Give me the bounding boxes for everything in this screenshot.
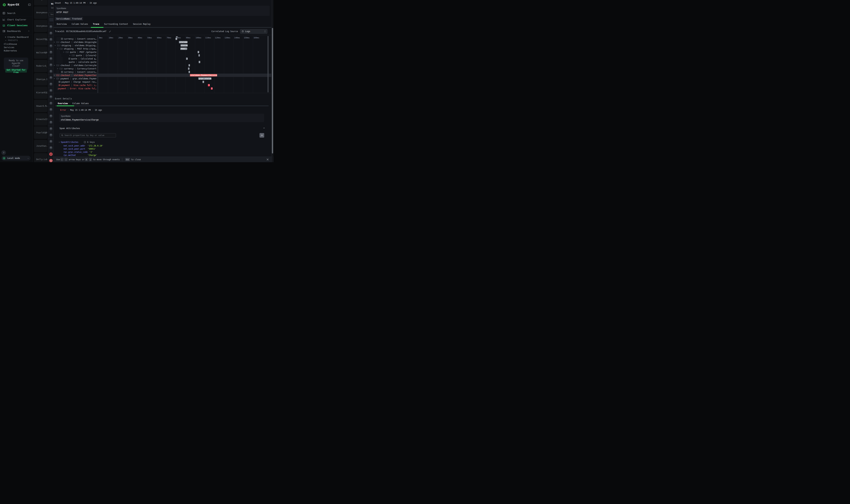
sidebar-item-dashboards[interactable]: Dashboards xyxy=(2,29,33,33)
session-card[interactable]: Deion37@gm xyxy=(34,33,47,46)
waterfall-row[interactable]: currency | Convert convers…( xyxy=(54,70,271,74)
span-duration-bar[interactable]: POST h xyxy=(180,48,187,50)
attributes-root-label[interactable]: SpanAttributes xyxy=(61,141,78,143)
edit-icon[interactable] xyxy=(109,30,111,33)
waterfall-row[interactable]: payment | Charge request rec…( xyxy=(54,80,271,84)
pin-icon[interactable] xyxy=(49,57,53,60)
chevron-down-icon[interactable] xyxy=(54,41,55,43)
span-duration-bar[interactable]: E xyxy=(211,87,213,90)
attribute-key[interactable]: rpc.method xyxy=(64,154,86,157)
session-card[interactable]: Shaniya.Sc xyxy=(34,73,47,86)
pin-icon[interactable] xyxy=(49,95,53,98)
chevron-up-icon[interactable] xyxy=(28,30,30,32)
span-duration-bar[interactable]: ( xyxy=(198,51,199,53)
waterfall-row[interactable]: (1)checkout | oteldemo.PaymentServi…otel… xyxy=(54,74,271,77)
waterfall-row[interactable]: (3)payment | grpc.oteldemo.Paymen…grpc.o… xyxy=(54,77,271,80)
pin-icon[interactable] xyxy=(49,127,53,130)
session-card[interactable]: Anonymous xyxy=(34,0,47,5)
pin-icon[interactable] xyxy=(49,108,53,111)
pin-icon[interactable] xyxy=(49,82,53,86)
pin-icon[interactable] xyxy=(49,76,53,79)
pin-icon[interactable] xyxy=(49,89,53,92)
session-card[interactable]: Kieran92@h xyxy=(34,87,47,99)
pin-icon[interactable] xyxy=(49,70,53,73)
span-duration-bar[interactable]: V xyxy=(208,84,210,86)
create-dashboard-button[interactable]: + Create Dashboard xyxy=(5,36,31,38)
tab-surrounding-context[interactable]: Surrounding Context xyxy=(104,23,128,25)
preset-item-services[interactable]: Services xyxy=(4,46,31,49)
span-duration-bar[interactable]: ( xyxy=(202,81,204,83)
span-duration-bar[interactable] xyxy=(198,54,200,56)
tree-expand-icon[interactable]: ▾ xyxy=(59,141,60,143)
chevron-down-icon[interactable] xyxy=(69,55,71,56)
waterfall-row[interactable]: (1)checkout | oteldemo.ShippingSe…otelde… xyxy=(54,40,271,44)
attribute-value[interactable]: "Charge" xyxy=(88,154,97,157)
span-duration-bar[interactable]: ( xyxy=(186,57,188,60)
close-icon[interactable] xyxy=(266,158,269,161)
pin-icon[interactable] xyxy=(49,140,53,143)
span-duration-bar[interactable]: ( xyxy=(176,38,177,40)
log-source-select[interactable]: Logs xyxy=(240,29,267,34)
terminal-icon[interactable] xyxy=(49,159,53,162)
session-card[interactable]: Ernesto33@ xyxy=(34,113,47,126)
tab-session-replay[interactable]: Session Replay xyxy=(133,23,150,25)
session-card[interactable]: Anonymous xyxy=(34,6,47,19)
session-card[interactable]: Walton9@ho xyxy=(34,47,47,59)
span-duration-bar[interactable]: ( xyxy=(188,64,190,67)
waterfall-row[interactable]: quote | Calculated q…( xyxy=(54,57,271,60)
pin-icon[interactable] xyxy=(49,25,53,29)
attributes-search-input[interactable] xyxy=(65,134,114,137)
sidebar-collapse-icon[interactable] xyxy=(28,3,31,6)
pin-icon[interactable] xyxy=(49,102,53,105)
presets-toggle[interactable]: PRESETS xyxy=(5,39,18,41)
drawer-scrollbar[interactable] xyxy=(272,0,273,162)
session-card[interactable]: Roderick_S xyxy=(34,60,47,72)
pin-icon[interactable] xyxy=(49,31,53,35)
waterfall-row[interactable]: (1)checkout | oteldemo.CurrencySe…( xyxy=(54,64,271,67)
pin-icon[interactable] xyxy=(49,133,53,137)
span-duration-bar[interactable]: ( xyxy=(199,61,200,63)
attribute-key[interactable]: net.sock.peer.addr xyxy=(64,145,86,147)
pin-icon[interactable] xyxy=(49,146,53,149)
waterfall-row[interactable]: (2)quote | {closure} xyxy=(54,54,271,57)
pin-icon[interactable] xyxy=(49,38,53,41)
chevron-down-icon[interactable] xyxy=(54,44,56,46)
pin-icon[interactable] xyxy=(49,121,53,124)
waterfall-row[interactable]: payment | Visa cache full: c…V xyxy=(54,84,271,87)
pin-icon[interactable] xyxy=(49,50,53,54)
pin-icon[interactable] xyxy=(49,114,53,118)
waterfall-row[interactable]: (1)shipping | oteldemo.Shipping…oteldem xyxy=(54,44,271,47)
preset-item-clickhouse[interactable]: Clickhouse xyxy=(4,43,31,46)
span-duration-bar[interactable]: oteldemo.PaymentService/Char xyxy=(190,74,217,76)
drawer-scrollbar-thumb[interactable] xyxy=(272,28,273,154)
waterfall-scrollbar[interactable] xyxy=(268,36,269,92)
preset-item-kubernetes[interactable]: Kubernetes xyxy=(4,49,31,52)
sidebar-item-client-sessions[interactable]: Client Sessions xyxy=(2,23,33,27)
session-card[interactable]: Dolly.Lubo xyxy=(34,153,47,162)
waterfall-row[interactable]: payment | Error: Visa cache ful…E xyxy=(54,87,271,90)
gear-icon[interactable] xyxy=(259,133,264,138)
session-card[interactable]: Pearl43@ho xyxy=(34,126,47,139)
tab-column-values[interactable]: Column Values xyxy=(72,102,89,105)
tab-overview[interactable]: Overview xyxy=(57,23,67,25)
session-card[interactable]: Anonymous xyxy=(34,20,47,32)
get-started-button[interactable]: Get Started for Free xyxy=(5,69,27,73)
pin-icon[interactable] xyxy=(49,44,53,48)
help-button[interactable]: ? xyxy=(1,150,6,155)
attribute-key[interactable]: rpc.grpc.status_code xyxy=(64,151,88,153)
attribute-value[interactable]: "172.28.0.10" xyxy=(88,145,103,147)
waterfall-row[interactable]: quote | calculate-quote( xyxy=(54,60,271,64)
tab-column-values[interactable]: Column Values xyxy=(72,23,88,25)
waterfall-row[interactable]: currency | Convert convers…( xyxy=(54,37,271,40)
waterfall-row[interactable]: (1)shipping | POST http://quo…POST h xyxy=(54,47,271,50)
chevron-down-icon[interactable] xyxy=(63,51,65,53)
service-chip[interactable]: ServiceName: frontend xyxy=(55,17,83,21)
span-duration-bar[interactable]: ( xyxy=(188,71,190,73)
span-duration-bar[interactable]: oteldemo. xyxy=(179,41,187,43)
sidebar-item-chart-explorer[interactable]: Chart Explorer xyxy=(2,18,33,21)
sidebar-item-search[interactable]: Search xyxy=(2,11,33,15)
swap-icon[interactable] xyxy=(49,152,53,156)
waterfall-row[interactable]: (1)currency | Currency/Convert( xyxy=(54,67,271,70)
collapse-section-icon[interactable] xyxy=(263,127,265,129)
waterfall-row[interactable]: (1)quote | POST /getquote( xyxy=(54,50,271,54)
